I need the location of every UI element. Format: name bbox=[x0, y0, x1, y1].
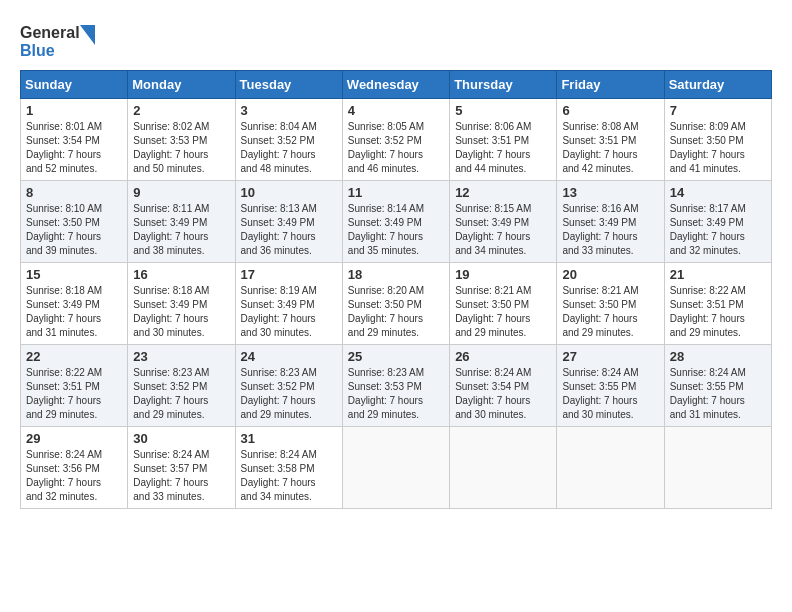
week-row-2: 8Sunrise: 8:10 AMSunset: 3:50 PMDaylight… bbox=[21, 181, 772, 263]
day-number: 21 bbox=[670, 267, 766, 282]
day-cell: 13Sunrise: 8:16 AMSunset: 3:49 PMDayligh… bbox=[557, 181, 664, 263]
day-number: 2 bbox=[133, 103, 229, 118]
header-cell-sunday: Sunday bbox=[21, 71, 128, 99]
day-cell bbox=[557, 427, 664, 509]
header-cell-friday: Friday bbox=[557, 71, 664, 99]
day-info: Sunrise: 8:18 AMSunset: 3:49 PMDaylight:… bbox=[26, 284, 122, 340]
day-info: Sunrise: 8:20 AMSunset: 3:50 PMDaylight:… bbox=[348, 284, 444, 340]
day-cell: 4Sunrise: 8:05 AMSunset: 3:52 PMDaylight… bbox=[342, 99, 449, 181]
day-number: 1 bbox=[26, 103, 122, 118]
week-row-1: 1Sunrise: 8:01 AMSunset: 3:54 PMDaylight… bbox=[21, 99, 772, 181]
day-number: 11 bbox=[348, 185, 444, 200]
day-info: Sunrise: 8:10 AMSunset: 3:50 PMDaylight:… bbox=[26, 202, 122, 258]
day-number: 16 bbox=[133, 267, 229, 282]
day-number: 9 bbox=[133, 185, 229, 200]
day-cell bbox=[450, 427, 557, 509]
day-cell: 29Sunrise: 8:24 AMSunset: 3:56 PMDayligh… bbox=[21, 427, 128, 509]
day-info: Sunrise: 8:08 AMSunset: 3:51 PMDaylight:… bbox=[562, 120, 658, 176]
day-cell: 31Sunrise: 8:24 AMSunset: 3:58 PMDayligh… bbox=[235, 427, 342, 509]
day-info: Sunrise: 8:24 AMSunset: 3:58 PMDaylight:… bbox=[241, 448, 337, 504]
day-number: 19 bbox=[455, 267, 551, 282]
header-cell-tuesday: Tuesday bbox=[235, 71, 342, 99]
day-number: 4 bbox=[348, 103, 444, 118]
header-cell-thursday: Thursday bbox=[450, 71, 557, 99]
week-row-3: 15Sunrise: 8:18 AMSunset: 3:49 PMDayligh… bbox=[21, 263, 772, 345]
day-cell: 18Sunrise: 8:20 AMSunset: 3:50 PMDayligh… bbox=[342, 263, 449, 345]
day-info: Sunrise: 8:24 AMSunset: 3:55 PMDaylight:… bbox=[562, 366, 658, 422]
day-cell: 9Sunrise: 8:11 AMSunset: 3:49 PMDaylight… bbox=[128, 181, 235, 263]
day-cell: 7Sunrise: 8:09 AMSunset: 3:50 PMDaylight… bbox=[664, 99, 771, 181]
day-cell: 22Sunrise: 8:22 AMSunset: 3:51 PMDayligh… bbox=[21, 345, 128, 427]
day-number: 23 bbox=[133, 349, 229, 364]
day-cell: 27Sunrise: 8:24 AMSunset: 3:55 PMDayligh… bbox=[557, 345, 664, 427]
day-info: Sunrise: 8:14 AMSunset: 3:49 PMDaylight:… bbox=[348, 202, 444, 258]
day-number: 10 bbox=[241, 185, 337, 200]
day-info: Sunrise: 8:23 AMSunset: 3:52 PMDaylight:… bbox=[133, 366, 229, 422]
day-number: 18 bbox=[348, 267, 444, 282]
day-cell: 2Sunrise: 8:02 AMSunset: 3:53 PMDaylight… bbox=[128, 99, 235, 181]
day-cell: 15Sunrise: 8:18 AMSunset: 3:49 PMDayligh… bbox=[21, 263, 128, 345]
day-info: Sunrise: 8:04 AMSunset: 3:52 PMDaylight:… bbox=[241, 120, 337, 176]
day-info: Sunrise: 8:23 AMSunset: 3:52 PMDaylight:… bbox=[241, 366, 337, 422]
day-info: Sunrise: 8:22 AMSunset: 3:51 PMDaylight:… bbox=[26, 366, 122, 422]
day-cell: 30Sunrise: 8:24 AMSunset: 3:57 PMDayligh… bbox=[128, 427, 235, 509]
day-info: Sunrise: 8:24 AMSunset: 3:54 PMDaylight:… bbox=[455, 366, 551, 422]
day-number: 22 bbox=[26, 349, 122, 364]
day-cell: 5Sunrise: 8:06 AMSunset: 3:51 PMDaylight… bbox=[450, 99, 557, 181]
header-cell-monday: Monday bbox=[128, 71, 235, 99]
day-info: Sunrise: 8:13 AMSunset: 3:49 PMDaylight:… bbox=[241, 202, 337, 258]
day-info: Sunrise: 8:02 AMSunset: 3:53 PMDaylight:… bbox=[133, 120, 229, 176]
calendar-header-row: SundayMondayTuesdayWednesdayThursdayFrid… bbox=[21, 71, 772, 99]
logo: GeneralBlue bbox=[20, 20, 100, 60]
day-info: Sunrise: 8:06 AMSunset: 3:51 PMDaylight:… bbox=[455, 120, 551, 176]
day-cell: 16Sunrise: 8:18 AMSunset: 3:49 PMDayligh… bbox=[128, 263, 235, 345]
day-cell: 12Sunrise: 8:15 AMSunset: 3:49 PMDayligh… bbox=[450, 181, 557, 263]
day-cell: 17Sunrise: 8:19 AMSunset: 3:49 PMDayligh… bbox=[235, 263, 342, 345]
day-number: 14 bbox=[670, 185, 766, 200]
day-number: 28 bbox=[670, 349, 766, 364]
day-number: 13 bbox=[562, 185, 658, 200]
day-number: 26 bbox=[455, 349, 551, 364]
day-number: 20 bbox=[562, 267, 658, 282]
day-info: Sunrise: 8:17 AMSunset: 3:49 PMDaylight:… bbox=[670, 202, 766, 258]
day-cell: 24Sunrise: 8:23 AMSunset: 3:52 PMDayligh… bbox=[235, 345, 342, 427]
calendar-table: SundayMondayTuesdayWednesdayThursdayFrid… bbox=[20, 70, 772, 509]
day-info: Sunrise: 8:11 AMSunset: 3:49 PMDaylight:… bbox=[133, 202, 229, 258]
day-number: 7 bbox=[670, 103, 766, 118]
day-info: Sunrise: 8:23 AMSunset: 3:53 PMDaylight:… bbox=[348, 366, 444, 422]
day-number: 8 bbox=[26, 185, 122, 200]
day-cell: 8Sunrise: 8:10 AMSunset: 3:50 PMDaylight… bbox=[21, 181, 128, 263]
header-cell-wednesday: Wednesday bbox=[342, 71, 449, 99]
day-cell: 26Sunrise: 8:24 AMSunset: 3:54 PMDayligh… bbox=[450, 345, 557, 427]
day-info: Sunrise: 8:05 AMSunset: 3:52 PMDaylight:… bbox=[348, 120, 444, 176]
day-number: 27 bbox=[562, 349, 658, 364]
day-info: Sunrise: 8:24 AMSunset: 3:55 PMDaylight:… bbox=[670, 366, 766, 422]
day-cell: 19Sunrise: 8:21 AMSunset: 3:50 PMDayligh… bbox=[450, 263, 557, 345]
day-cell: 11Sunrise: 8:14 AMSunset: 3:49 PMDayligh… bbox=[342, 181, 449, 263]
day-cell: 21Sunrise: 8:22 AMSunset: 3:51 PMDayligh… bbox=[664, 263, 771, 345]
day-number: 30 bbox=[133, 431, 229, 446]
logo-icon: GeneralBlue bbox=[20, 20, 100, 60]
day-cell: 1Sunrise: 8:01 AMSunset: 3:54 PMDaylight… bbox=[21, 99, 128, 181]
day-cell bbox=[664, 427, 771, 509]
day-info: Sunrise: 8:19 AMSunset: 3:49 PMDaylight:… bbox=[241, 284, 337, 340]
day-cell: 3Sunrise: 8:04 AMSunset: 3:52 PMDaylight… bbox=[235, 99, 342, 181]
day-cell: 25Sunrise: 8:23 AMSunset: 3:53 PMDayligh… bbox=[342, 345, 449, 427]
day-info: Sunrise: 8:16 AMSunset: 3:49 PMDaylight:… bbox=[562, 202, 658, 258]
day-cell: 10Sunrise: 8:13 AMSunset: 3:49 PMDayligh… bbox=[235, 181, 342, 263]
day-info: Sunrise: 8:01 AMSunset: 3:54 PMDaylight:… bbox=[26, 120, 122, 176]
day-number: 29 bbox=[26, 431, 122, 446]
day-info: Sunrise: 8:22 AMSunset: 3:51 PMDaylight:… bbox=[670, 284, 766, 340]
day-info: Sunrise: 8:09 AMSunset: 3:50 PMDaylight:… bbox=[670, 120, 766, 176]
day-info: Sunrise: 8:18 AMSunset: 3:49 PMDaylight:… bbox=[133, 284, 229, 340]
day-info: Sunrise: 8:21 AMSunset: 3:50 PMDaylight:… bbox=[455, 284, 551, 340]
day-number: 12 bbox=[455, 185, 551, 200]
day-number: 6 bbox=[562, 103, 658, 118]
svg-marker-2 bbox=[80, 25, 95, 45]
day-number: 3 bbox=[241, 103, 337, 118]
header: GeneralBlue bbox=[20, 20, 772, 60]
svg-text:Blue: Blue bbox=[20, 42, 55, 59]
day-cell: 6Sunrise: 8:08 AMSunset: 3:51 PMDaylight… bbox=[557, 99, 664, 181]
day-number: 24 bbox=[241, 349, 337, 364]
header-cell-saturday: Saturday bbox=[664, 71, 771, 99]
